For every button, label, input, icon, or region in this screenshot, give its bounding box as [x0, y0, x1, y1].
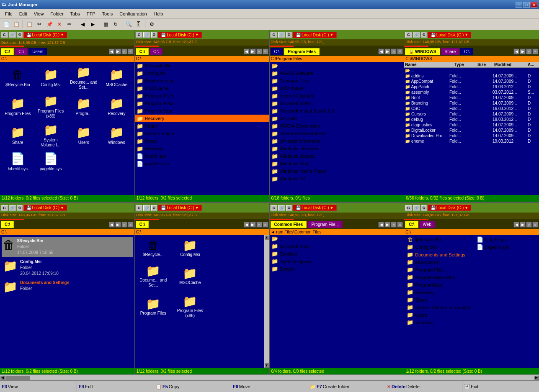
- panel-4-tab-c[interactable]: C:\: [460, 48, 473, 55]
- panel-8-settings-btn[interactable]: ⚙: [421, 205, 427, 211]
- panel-2-item-sysvol[interactable]: 📁System Volum...: [135, 130, 269, 137]
- panel-6-scrollbar[interactable]: ▲ ▼: [264, 235, 269, 368]
- panel-7-tab-common[interactable]: Common Files: [271, 221, 307, 228]
- panel-6-item-docs[interactable]: 📁Docume... and Set...: [137, 262, 170, 290]
- panel-6-drive-c[interactable]: C: [136, 205, 143, 211]
- panel-8-nav-up[interactable]: △: [526, 222, 532, 228]
- panel-2-disk-dropdown[interactable]: ▼: [195, 33, 199, 37]
- panel-4-item-branding[interactable]: 📁 BrandingFold...14.07.2009...D: [404, 100, 539, 106]
- panel-7-file-area[interactable]: 📂.. 📁Microsoft Shar... 📁Services 📁Speech…: [270, 235, 404, 368]
- panel-2-item-progfiles2[interactable]: 📁Program Files ...: [135, 100, 269, 107]
- panel-6-item-progfiles[interactable]: 📁Program Files: [137, 293, 170, 320]
- panel-6-item-config[interactable]: 📁Config.Msi: [173, 237, 207, 259]
- panel-4-item-csc[interactable]: 📁 CSCFold...16.03.2012...D: [404, 106, 539, 111]
- panel-8-tab-web[interactable]: Web: [419, 221, 435, 228]
- panel-4-item-digital[interactable]: 📁 DigitalLockerFold...14.07.2009...D: [404, 128, 539, 133]
- scroll-right-btn[interactable]: ▶: [534, 375, 539, 380]
- panel-3-item-up[interactable]: 📂..: [270, 62, 404, 69]
- panel-3-item-winmedia[interactable]: 📁Windows Media Player: [270, 167, 404, 175]
- panel-1-item-progdata[interactable]: 📁Progra...: [67, 92, 100, 120]
- panel-3-nav-up[interactable]: △: [391, 49, 397, 54]
- panel-3-item-winjournal[interactable]: 📁Windows Journal: [270, 152, 404, 160]
- panel-6-nav-left[interactable]: ◀: [244, 222, 250, 228]
- panel-1-drive-extra[interactable]: 🔗: [9, 32, 16, 38]
- panel-6-drive-extra[interactable]: 🔗: [143, 205, 150, 211]
- panel-6-item-mso[interactable]: 📁MSOCache: [173, 262, 207, 290]
- panel-6-item-progfiles2[interactable]: 📁Program Files (x86): [173, 293, 207, 320]
- panel-2-settings-btn[interactable]: ⚙: [151, 32, 157, 38]
- panel-1-item-recycle[interactable]: 🗑$Recycle.Bin: [2, 64, 34, 92]
- panel-6-nav-up[interactable]: △: [256, 222, 262, 228]
- toolbar-btn-view[interactable]: ▦: [101, 20, 110, 29]
- panel-3-settings-btn[interactable]: ⚙: [286, 32, 292, 38]
- panel-1-item-windows[interactable]: 📁Windows: [101, 121, 133, 149]
- panel-4-item-appcompat[interactable]: 📁 AppCompatFold...14.07.2009...D: [404, 79, 539, 84]
- panel-2-item-windows[interactable]: 📁Windows: [135, 145, 269, 152]
- toolbar-btn-1[interactable]: 📄: [2, 20, 11, 29]
- panel-4-item-debug[interactable]: 📁 debugFold...19.03.2012...D: [404, 117, 539, 122]
- panel-8-tab-c[interactable]: C:\: [405, 221, 418, 228]
- panel-7-item-up[interactable]: 📂..: [270, 235, 404, 243]
- panel-1-item-share[interactable]: 📁Share: [2, 121, 34, 149]
- panel-4-drive-extra[interactable]: 🔗: [413, 32, 420, 38]
- panel-8-item-docs[interactable]: 📁Documents and Settings: [405, 251, 473, 259]
- panel-5-tab-c[interactable]: C:\: [1, 221, 14, 228]
- panel-6-tab-c[interactable]: C:\: [136, 221, 149, 228]
- col-name[interactable]: Name: [405, 62, 454, 67]
- panel-5-settings-btn[interactable]: ⚙: [17, 205, 23, 211]
- maximize-button[interactable]: □: [523, 2, 530, 8]
- panel-4-item-apppatch[interactable]: 📁 AppPatchFold...19.03.2012...D: [404, 84, 539, 90]
- panel-8-item-page[interactable]: 📄pagefile.sys: [475, 243, 538, 251]
- panel-4-tab-share[interactable]: Share: [441, 48, 460, 55]
- panel-1-tab-c2[interactable]: C:\: [15, 48, 28, 55]
- menu-file[interactable]: File: [2, 10, 16, 17]
- panel-1-nav-root[interactable]: ≡: [128, 49, 134, 54]
- horizontal-scrollbar[interactable]: ◀ ▶: [0, 374, 539, 380]
- panel-3-item-uninstall[interactable]: 📁Uninstall Information: [270, 137, 404, 145]
- panel-1-drive-c[interactable]: C: [1, 32, 8, 38]
- scroll-down-btn[interactable]: ▼: [264, 363, 269, 368]
- panel-8-item-share[interactable]: 📁Share: [405, 296, 473, 304]
- funckey-f7[interactable]: 📁 F7 Create folder: [308, 381, 385, 392]
- panel-3-item-refasm[interactable]: 📁Reference Assemblies: [270, 130, 404, 137]
- panel-1-item-progfiles2[interactable]: 📁Program Files (x86): [35, 92, 67, 120]
- panel-2-drive-c[interactable]: C: [136, 32, 143, 38]
- panel-2-nav-root[interactable]: ≡: [263, 49, 268, 54]
- panel-7-item-services[interactable]: 📁Services: [270, 250, 404, 258]
- panel-5-nav-right[interactable]: ▶: [115, 222, 121, 228]
- panel-2-tab-c2[interactable]: C:\: [150, 48, 162, 55]
- panel-4-drive-c[interactable]: C: [405, 32, 412, 38]
- minimize-button[interactable]: ─: [516, 2, 522, 8]
- panel-8-item-mso[interactable]: 📁MSOCache: [405, 259, 473, 266]
- scroll-left-btn[interactable]: ◀: [0, 375, 5, 380]
- panel-3-item-winmail[interactable]: 📁Windows Mail: [270, 160, 404, 167]
- panel-3-item-winnt[interactable]: 📁Windows NT: [270, 175, 404, 182]
- panel-4-settings-btn[interactable]: ⚙: [421, 32, 427, 38]
- col-attr[interactable]: A...: [528, 62, 538, 67]
- panel-6-nav-root[interactable]: ≡: [263, 222, 268, 228]
- panel-3-tab-c[interactable]: C:\: [271, 48, 284, 55]
- panel-2-item-config[interactable]: 📁Config.Msi: [135, 69, 269, 77]
- panel-2-item-progdata[interactable]: 📁ProgramData: [135, 107, 269, 115]
- panel-3-nav-left[interactable]: ◀: [378, 49, 384, 54]
- panel-1-settings-btn[interactable]: ⚙: [17, 32, 23, 38]
- panel-1-nav-right[interactable]: ▶: [115, 49, 121, 54]
- scroll-up-btn[interactable]: ▲: [264, 235, 269, 240]
- toolbar-btn-search[interactable]: 🔍: [124, 20, 133, 29]
- menu-tabs[interactable]: Tabs: [67, 10, 83, 17]
- panel-1-item-hiber[interactable]: 📄hiberfil.sys: [2, 150, 34, 173]
- panel-4-nav-up[interactable]: △: [526, 49, 532, 54]
- panel-4-item-up[interactable]: 📂 ..: [404, 68, 539, 73]
- panel-1-item-mso[interactable]: 📁MSOCache: [101, 64, 133, 92]
- panel-5-item-docs[interactable]: 📁 Documents and Settings Folder: [2, 279, 133, 295]
- toolbar-btn-cut[interactable]: ✂: [35, 20, 44, 29]
- window-controls[interactable]: ─ □ ✕: [516, 2, 537, 8]
- panel-3-item-windefender[interactable]: 📁Windows Defender: [270, 145, 404, 152]
- panel-4-item-diag[interactable]: 📁 diagnosticsFold...14.07.2009...D: [404, 122, 539, 128]
- panel-4-tab-windows[interactable]: 🔒 WINDOWS: [405, 48, 440, 55]
- panel-7-item-msshare[interactable]: 📁Microsoft Shar...: [270, 243, 404, 250]
- panel-1-item-recovery[interactable]: 📁Recovery: [101, 92, 133, 120]
- panel-3-drive-c[interactable]: C: [271, 32, 278, 38]
- panel-4-item-assembly[interactable]: 📁 assemblyFold...03.07.2012...S...: [404, 90, 539, 95]
- menu-ftp[interactable]: FTP: [83, 10, 99, 17]
